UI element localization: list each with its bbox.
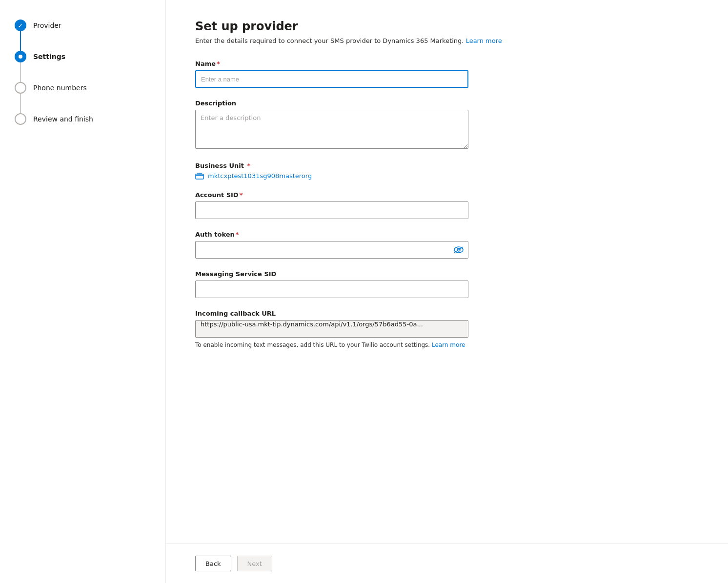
description-label: Description <box>195 100 699 107</box>
connector-2 <box>20 62 21 82</box>
auth-token-input-wrapper <box>195 241 468 259</box>
step-circle-review <box>15 113 26 125</box>
check-icon: ✓ <box>18 22 23 29</box>
callback-url-field-group: Incoming callback URL https://public-usa… <box>195 310 699 349</box>
name-input[interactable] <box>195 70 468 88</box>
subtitle-text: Enter the details required to connect yo… <box>195 37 464 44</box>
show-password-icon[interactable] <box>454 246 464 253</box>
business-unit-value[interactable]: mktcxptest1031sg908masterorg <box>195 172 699 180</box>
step-provider: ✓ Provider <box>15 20 151 31</box>
name-required: * <box>217 60 220 67</box>
step-label-settings: Settings <box>33 53 65 60</box>
callback-learn-more-link[interactable]: Learn more <box>432 342 465 348</box>
callback-hint: To enable incoming text messages, add th… <box>195 341 468 349</box>
auth-token-field-group: Auth token* <box>195 231 699 259</box>
step-circle-provider: ✓ <box>15 20 26 31</box>
next-button[interactable]: Next <box>237 556 272 571</box>
business-unit-label: Business Unit * <box>195 162 699 169</box>
step-review: Review and finish <box>15 113 151 125</box>
messaging-service-sid-input[interactable] <box>195 281 468 298</box>
step-phone-numbers: Phone numbers <box>15 82 151 94</box>
messaging-service-sid-field-group: Messaging Service SID <box>195 270 699 298</box>
business-unit-text: mktcxptest1031sg908masterorg <box>208 172 312 180</box>
name-field-group: Name* <box>195 60 699 88</box>
business-unit-field-group: Business Unit * mktcxptest1031sg908maste… <box>195 162 699 180</box>
connector-1 <box>20 31 21 51</box>
svg-rect-0 <box>196 174 203 179</box>
sidebar: ✓ Provider Settings Phone numbers Review… <box>0 0 166 583</box>
account-sid-input[interactable] <box>195 201 468 219</box>
step-label-review: Review and finish <box>33 115 93 123</box>
description-field-group: Description <box>195 100 699 150</box>
back-button[interactable]: Back <box>195 556 231 571</box>
account-sid-required: * <box>240 191 243 199</box>
page-subtitle: Enter the details required to connect yo… <box>195 37 699 44</box>
description-textarea[interactable] <box>195 110 468 149</box>
callback-url-value: https://public-usa.mkt-tip.dynamics.com/… <box>195 320 468 338</box>
step-circle-phone <box>15 82 26 94</box>
learn-more-link[interactable]: Learn more <box>466 37 502 44</box>
name-label: Name* <box>195 60 699 67</box>
active-dot <box>19 55 22 59</box>
business-unit-required: * <box>245 162 250 169</box>
auth-token-required: * <box>236 231 239 238</box>
callback-url-label: Incoming callback URL <box>195 310 699 317</box>
step-circle-settings <box>15 51 26 62</box>
auth-token-input[interactable] <box>195 241 468 259</box>
form-content: Set up provider Enter the details requir… <box>166 0 728 543</box>
account-sid-field-group: Account SID* <box>195 191 699 219</box>
auth-token-label: Auth token* <box>195 231 699 238</box>
connector-3 <box>20 94 21 113</box>
footer: Back Next <box>166 543 728 583</box>
building-icon <box>195 173 204 180</box>
page-title: Set up provider <box>195 20 699 33</box>
main-content: Set up provider Enter the details requir… <box>166 0 728 583</box>
account-sid-label: Account SID* <box>195 191 699 199</box>
step-label-phone: Phone numbers <box>33 84 87 92</box>
step-label-provider: Provider <box>33 21 61 29</box>
messaging-service-sid-label: Messaging Service SID <box>195 270 699 278</box>
step-settings: Settings <box>15 51 151 62</box>
